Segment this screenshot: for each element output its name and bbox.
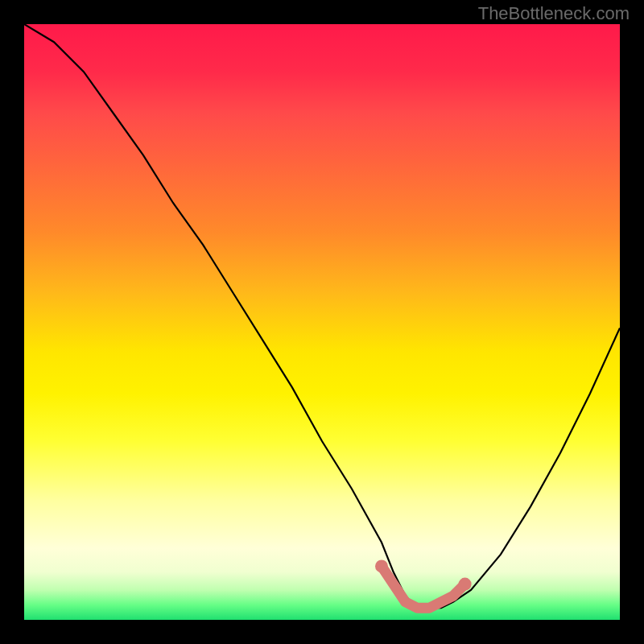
chart-plot-area (24, 24, 620, 620)
attribution-label: TheBottleneck.com (478, 3, 630, 24)
chart-svg-layer (24, 24, 620, 620)
optimal-zone-markers (375, 559, 472, 608)
optimal-zone-dot (375, 559, 388, 572)
optimal-zone-dot (459, 578, 472, 591)
bottleneck-curve-line (24, 24, 620, 608)
